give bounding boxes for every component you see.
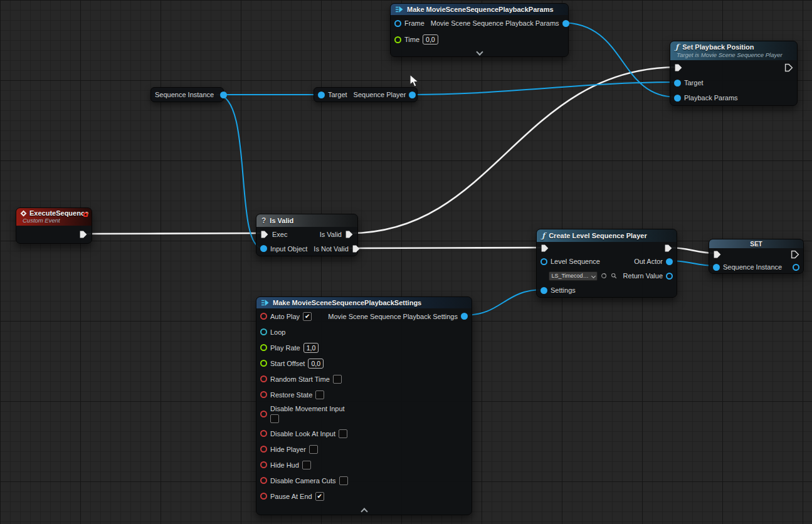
play-rate-input[interactable]: 1,0 — [303, 343, 319, 353]
disable-camera-cuts-pin[interactable] — [260, 477, 267, 484]
level-sequence-label: Level Sequence — [551, 258, 600, 265]
wire-obj-sequenceplayer-target[interactable] — [410, 82, 677, 95]
hide-hud-label: Hide Hud — [270, 461, 299, 469]
pause-at-end-pin[interactable] — [260, 493, 267, 500]
time-pin[interactable] — [394, 36, 401, 43]
play-rate-label: Play Rate — [270, 344, 300, 352]
chevron-up-icon — [361, 508, 367, 515]
node-make-playback-settings[interactable]: Make MovieSceneSequencePlaybackSettings … — [256, 296, 472, 515]
node-get-sequence-instance[interactable]: Sequence Instance — [150, 87, 224, 102]
node-subtitle: Custom Event — [23, 217, 87, 224]
restore-state-checkbox[interactable] — [315, 390, 324, 399]
node-header: Make MovieSceneSequencePlaybackParams — [391, 4, 568, 15]
node-set-playback-position[interactable]: ƒ Set Playback Position Target is Movie … — [670, 41, 798, 106]
node-make-playback-params[interactable]: Make MovieSceneSequencePlaybackParams Fr… — [390, 3, 569, 57]
settings-pin[interactable] — [540, 287, 547, 294]
event-icon — [21, 210, 27, 216]
sequence-instance-in-pin[interactable] — [713, 264, 720, 271]
playback-params-pin[interactable] — [674, 95, 681, 102]
exec-out-pin[interactable] — [79, 230, 88, 239]
return-value-pin[interactable] — [666, 273, 673, 280]
disable-look-at-input-label: Disable Look At Input — [270, 430, 335, 438]
question-icon: ? — [261, 216, 266, 225]
event-editable-badge[interactable] — [83, 212, 88, 217]
use-selected-asset-icon[interactable] — [601, 272, 607, 280]
time-value-input[interactable]: 0,0 — [423, 34, 438, 45]
frame-pin[interactable] — [394, 20, 401, 27]
level-sequence-pin[interactable] — [540, 258, 547, 265]
node-is-valid[interactable]: ? Is Valid Exec Is Valid Input Object Is… — [256, 214, 358, 256]
mouse-cursor — [409, 74, 420, 89]
make-struct-icon — [261, 300, 269, 306]
restore-state-pin[interactable] — [260, 391, 267, 398]
pause-at-end-checkbox[interactable]: ✔ — [315, 492, 324, 501]
node-title: Make MovieSceneSequencePlaybackParams — [407, 6, 554, 13]
blueprint-graph-canvas[interactable]: Make MovieSceneSequencePlaybackParams Fr… — [0, 0, 812, 524]
wire-exec-executesequence-isvalid[interactable] — [84, 233, 264, 234]
node-get-sequence-player[interactable]: Target Sequence Player — [314, 87, 418, 102]
disable-movement-input-pin[interactable] — [260, 411, 267, 417]
browse-asset-icon[interactable] — [611, 272, 617, 280]
loop-pin[interactable] — [260, 328, 267, 335]
hide-hud-checkbox[interactable] — [302, 461, 311, 469]
return-value-label: Return Value — [623, 272, 663, 280]
disable-camera-cuts-checkbox[interactable] — [339, 476, 348, 485]
disable-movement-input-checkbox[interactable] — [270, 414, 279, 423]
hide-hud-pin[interactable] — [260, 461, 267, 468]
output-label: Movie Scene Sequence Playback Settings — [328, 313, 458, 320]
disable-look-at-input-pin[interactable] — [260, 430, 267, 437]
wire-exec-isnotvalid-createplayer[interactable] — [350, 248, 544, 248]
exec-out-pin[interactable] — [784, 63, 793, 72]
wire-obj-settings-createplayer[interactable] — [465, 290, 543, 315]
input-object-pin[interactable] — [260, 245, 267, 252]
is-valid-label: Is Valid — [320, 231, 342, 238]
level-sequence-dropdown[interactable]: LS_TimecodePr — [549, 271, 598, 281]
output-label: Movie Scene Sequence Playback Params — [431, 19, 559, 27]
disable-look-at-input-checkbox[interactable] — [339, 429, 347, 438]
exec-out-pin[interactable] — [664, 244, 673, 253]
make-struct-icon — [396, 6, 403, 13]
loop-label: Loop — [270, 328, 285, 336]
node-execute-sequence-event[interactable]: ExecuteSequence Custom Event — [16, 207, 92, 244]
out-actor-label: Out Actor — [634, 258, 663, 265]
out-actor-pin[interactable] — [666, 258, 673, 265]
chevron-down-icon — [476, 48, 483, 55]
chevron-down-icon — [591, 273, 596, 278]
pause-at-end-label: Pause At End — [270, 493, 312, 500]
exec-label: Exec — [272, 231, 287, 238]
is-not-valid-exec-out-pin[interactable] — [352, 244, 361, 253]
node-create-level-sequence-player[interactable]: ƒ Create Level Sequence Player Level Seq… — [536, 229, 677, 298]
collapse-pins-button[interactable] — [256, 504, 472, 515]
start-offset-input[interactable]: 0,0 — [308, 359, 324, 369]
value-out-pin[interactable] — [793, 264, 799, 271]
random-start-time-checkbox[interactable] — [333, 375, 342, 384]
function-icon: ƒ — [675, 43, 678, 51]
target-label: Target — [684, 79, 704, 86]
auto-play-pin[interactable] — [260, 313, 267, 320]
node-title: Is Valid — [270, 217, 293, 224]
exec-in-pin[interactable] — [540, 244, 549, 253]
exec-in-pin[interactable] — [674, 63, 683, 72]
hide-player-pin[interactable] — [260, 446, 267, 453]
random-start-time-pin[interactable] — [260, 375, 267, 382]
sequence-player-out-pin[interactable] — [409, 92, 416, 98]
node-header: SET — [709, 239, 803, 248]
exec-in-pin[interactable] — [713, 250, 722, 259]
target-pin[interactable] — [674, 80, 681, 86]
target-pin[interactable] — [318, 92, 325, 98]
start-offset-pin[interactable] — [260, 360, 267, 367]
node-set-sequence-instance[interactable]: SET Sequence Instance — [709, 239, 804, 274]
variable-label: Sequence Instance — [155, 91, 214, 98]
auto-play-checkbox[interactable]: ✔ — [303, 312, 312, 321]
sequence-instance-out-pin[interactable] — [220, 92, 227, 98]
is-valid-exec-out-pin[interactable] — [345, 230, 354, 239]
node-title: Make MovieSceneSequencePlaybackSettings — [273, 299, 421, 307]
exec-out-pin[interactable] — [791, 250, 799, 259]
hide-player-checkbox[interactable] — [309, 445, 318, 454]
input-object-label: Input Object — [270, 245, 307, 253]
exec-in-pin[interactable] — [260, 230, 269, 239]
collapse-pins-button[interactable] — [391, 48, 568, 56]
play-rate-pin[interactable] — [260, 344, 267, 351]
playback-params-out-pin[interactable] — [562, 20, 569, 27]
settings-out-pin[interactable] — [461, 313, 468, 320]
